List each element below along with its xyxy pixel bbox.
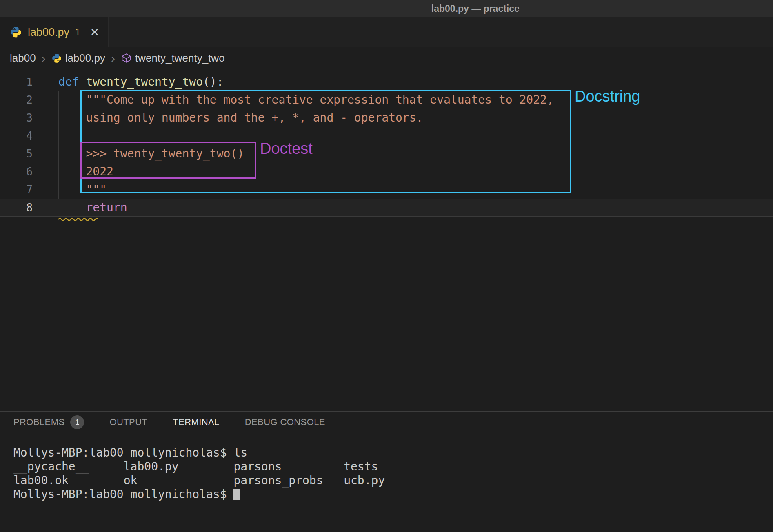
terminal-output[interactable]: Mollys-MBP:lab00 mollynicholas$ ls __pyc… bbox=[0, 438, 773, 501]
tab-problems-count: 1 bbox=[75, 27, 80, 38]
breadcrumb-item-lab00py[interactable]: lab00.py bbox=[51, 52, 105, 64]
tab-terminal[interactable]: TERMINAL bbox=[173, 417, 219, 432]
line-number: 7 bbox=[0, 181, 33, 199]
problems-count-badge: 1 bbox=[70, 415, 84, 429]
code-line-7[interactable]: 7 """ bbox=[0, 181, 773, 199]
breadcrumb-item-symbol[interactable]: twenty_twenty_two bbox=[121, 52, 225, 64]
tab-problems[interactable]: PROBLEMS 1 bbox=[13, 415, 84, 434]
line-number: 5 bbox=[0, 145, 33, 163]
window-titlebar: lab00.py — practice bbox=[0, 0, 773, 17]
code-line-1[interactable]: 1 def twenty_twenty_two(): bbox=[0, 73, 773, 91]
terminal-line: lab00.ok ok parsons_probs ucb.py bbox=[13, 474, 773, 488]
breadcrumb-item-lab00[interactable]: lab00 bbox=[10, 52, 36, 64]
code-line-3[interactable]: 3 using only numbers and the +, *, and -… bbox=[0, 109, 773, 127]
chevron-right-icon: › bbox=[110, 52, 116, 64]
line-number: 2 bbox=[0, 91, 33, 109]
bottom-panel: PROBLEMS 1 OUTPUT TERMINAL DEBUG CONSOLE… bbox=[0, 411, 773, 532]
code-line-2[interactable]: 2 """Come up with the most creative expr… bbox=[0, 91, 773, 109]
line-number: 8 bbox=[0, 199, 33, 217]
code-editor[interactable]: 1 def twenty_twenty_two(): 2 """Come up … bbox=[0, 69, 773, 411]
window-title: lab00.py — practice bbox=[431, 3, 520, 14]
terminal-line: __pycache__ lab00.py parsons tests bbox=[13, 460, 773, 474]
tab-output[interactable]: OUTPUT bbox=[109, 417, 147, 432]
line-number: 4 bbox=[0, 127, 33, 145]
chevron-right-icon: › bbox=[41, 52, 47, 64]
tab-debug-console[interactable]: DEBUG CONSOLE bbox=[245, 417, 325, 432]
tab-close-icon[interactable]: ✕ bbox=[90, 26, 99, 39]
doctest-annotation-label: Doctest bbox=[260, 140, 313, 157]
tab-lab00py[interactable]: lab00.py 1 ✕ bbox=[0, 17, 109, 47]
warning-squiggle-icon bbox=[58, 217, 99, 221]
editor-tabstrip: lab00.py 1 ✕ bbox=[0, 17, 773, 47]
indent-guide bbox=[58, 91, 59, 199]
terminal-prompt-line: Mollys-MBP:lab00 mollynicholas$ bbox=[13, 488, 773, 501]
terminal-line: Mollys-MBP:lab00 mollynicholas$ ls bbox=[13, 446, 773, 460]
tab-filename: lab00.py bbox=[28, 26, 69, 39]
docstring-annotation-label: Docstring bbox=[575, 88, 640, 105]
code-line-4[interactable]: 4 bbox=[0, 127, 773, 145]
python-icon bbox=[10, 26, 22, 38]
code-line-8-active[interactable]: 8 return bbox=[0, 199, 773, 217]
python-icon bbox=[51, 53, 62, 64]
symbol-cube-icon bbox=[121, 53, 132, 64]
code-line-6[interactable]: 6 2022 bbox=[0, 163, 773, 181]
line-number: 3 bbox=[0, 109, 33, 127]
code-line-5[interactable]: 5 >>> twenty_twenty_two() bbox=[0, 145, 773, 163]
line-number: 6 bbox=[0, 163, 33, 181]
breadcrumb: lab00 › lab00.py › twenty_twenty_two bbox=[0, 47, 773, 69]
line-number: 1 bbox=[0, 73, 33, 91]
terminal-cursor bbox=[233, 489, 240, 500]
panel-tabbar: PROBLEMS 1 OUTPUT TERMINAL DEBUG CONSOLE bbox=[0, 412, 773, 438]
